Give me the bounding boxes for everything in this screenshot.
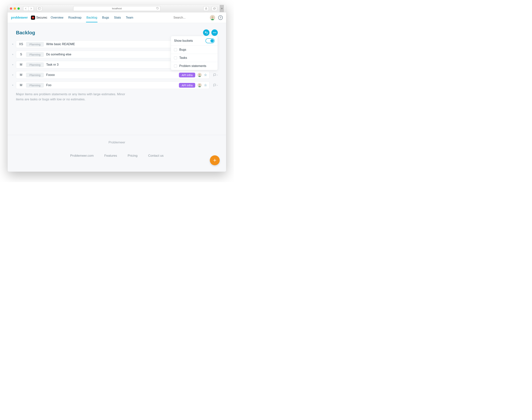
status-chip[interactable]: Planning: [26, 83, 44, 88]
filter-label: Problem statements: [179, 64, 206, 68]
svg-point-10: [199, 84, 200, 86]
item-title: Task nr 3: [46, 63, 59, 66]
browser-new-tab-button[interactable]: +: [220, 5, 224, 12]
browser-window: localhost + problemeer Securec Overview …: [8, 5, 226, 172]
reload-icon[interactable]: [156, 7, 159, 10]
more-button[interactable]: [211, 30, 218, 36]
svg-point-7: [214, 32, 215, 33]
checkbox-icon: [174, 56, 177, 59]
tab-bugs[interactable]: Bugs: [102, 13, 109, 22]
tab-backlog[interactable]: Backlog: [86, 13, 97, 22]
footer: Problemeer Problemeer.com Features Prici…: [8, 141, 226, 158]
svg-point-8: [215, 32, 216, 33]
footer-brand: Problemeer: [8, 141, 226, 144]
browser-sidebar-button[interactable]: [37, 6, 42, 11]
browser-forward-button[interactable]: [29, 6, 34, 11]
size-label: M: [18, 63, 24, 66]
tag[interactable]: API infra: [179, 73, 195, 77]
browser-url-text: localhost: [112, 7, 122, 10]
tab-roadmap[interactable]: Roadmap: [68, 13, 81, 22]
size-label: S: [18, 53, 24, 56]
assignee-avatar[interactable]: [198, 83, 202, 87]
browser-url-bar[interactable]: localhost: [73, 6, 161, 11]
project-name[interactable]: Securec: [36, 16, 47, 19]
nav-tabs: Overview Roadmap Backlog Bugs Stats Team: [51, 13, 133, 22]
assignee-avatar[interactable]: [198, 73, 202, 77]
search-input[interactable]: [173, 16, 206, 19]
user-avatar[interactable]: [210, 15, 215, 20]
drag-handle[interactable]: [12, 44, 13, 45]
status-chip[interactable]: Planning: [26, 42, 44, 47]
browser-nav: [23, 6, 34, 11]
page-title: Backlog: [16, 30, 35, 36]
item-title: Foo: [46, 83, 51, 87]
status-chip[interactable]: Planning: [26, 52, 44, 57]
item-title: Write basic README: [46, 43, 75, 46]
filter-problem-statements[interactable]: Problem statements: [171, 62, 218, 70]
svg-rect-3: [213, 8, 215, 9]
filter-bugs[interactable]: Bugs: [171, 45, 218, 54]
project-icon[interactable]: [31, 15, 35, 20]
filter-tasks[interactable]: Tasks: [171, 54, 218, 62]
window-minimize-button[interactable]: [14, 7, 16, 10]
footer-link-features[interactable]: Features: [104, 154, 117, 158]
svg-point-9: [199, 74, 200, 75]
drag-handle[interactable]: [12, 74, 13, 75]
backlog-card[interactable]: MPlanningFooooAPI infra☆: [16, 71, 210, 79]
show-buckets-row[interactable]: Show buckets: [171, 36, 218, 45]
drag-handle[interactable]: [12, 64, 13, 65]
show-buckets-toggle[interactable]: [205, 38, 214, 43]
drag-handle[interactable]: [12, 54, 13, 55]
footer-link-site[interactable]: Problemeer.com: [70, 154, 94, 158]
item-title: Do something else: [46, 53, 71, 56]
browser-back-button[interactable]: [23, 6, 29, 11]
star-icon[interactable]: ☆: [204, 83, 207, 87]
svg-rect-4: [214, 7, 215, 9]
size-label: M: [18, 73, 24, 77]
item-title: Foooo: [46, 73, 55, 77]
show-buckets-label: Show buckets: [174, 39, 193, 43]
svg-rect-0: [38, 8, 41, 10]
drag-handle[interactable]: [12, 85, 13, 86]
app-header: problemeer Securec Overview Roadmap Back…: [8, 12, 226, 23]
checkbox-icon: [174, 64, 177, 68]
filter-label: Tasks: [179, 56, 187, 60]
footer-link-pricing[interactable]: Pricing: [128, 154, 137, 158]
tab-stats[interactable]: Stats: [114, 13, 121, 22]
status-chip[interactable]: Planning: [26, 62, 44, 67]
tab-overview[interactable]: Overview: [51, 13, 63, 22]
app-logo[interactable]: problemeer: [11, 15, 28, 19]
comments-count[interactable]: -: [212, 83, 218, 87]
checkbox-icon: [174, 48, 177, 51]
page: Backlog Show buckets Bugs: [8, 23, 226, 172]
footer-link-contact[interactable]: Contact us: [148, 154, 164, 158]
size-label: XS: [18, 43, 24, 46]
backlog-card[interactable]: MPlanningFooAPI infra☆: [16, 81, 210, 89]
browser-titlebar: localhost +: [8, 5, 226, 12]
tab-team[interactable]: Team: [126, 13, 133, 22]
tag[interactable]: API infra: [179, 83, 195, 88]
comments-count[interactable]: -: [212, 73, 218, 77]
window-maximize-button[interactable]: [17, 7, 20, 10]
svg-point-5: [212, 16, 213, 18]
backlog-row: MPlanningFooAPI infra☆-: [16, 81, 218, 89]
window-close-button[interactable]: [10, 7, 12, 10]
svg-point-6: [213, 32, 214, 33]
filter-label: Bugs: [179, 48, 186, 51]
undo-button[interactable]: [203, 30, 210, 36]
size-label: M: [18, 83, 24, 87]
browser-tabs-button[interactable]: [212, 6, 217, 11]
hint-text: Major items are problem statements or an…: [16, 92, 130, 102]
backlog-row: MPlanningFooooAPI infra☆-: [16, 71, 218, 79]
add-button[interactable]: +: [210, 155, 220, 165]
star-icon[interactable]: ☆: [204, 73, 207, 77]
status-chip[interactable]: Planning: [26, 73, 44, 77]
browser-share-button[interactable]: [203, 6, 209, 11]
search: [173, 16, 206, 19]
filters-dropdown: Show buckets Bugs Tasks Problem statemen…: [171, 36, 218, 70]
help-button[interactable]: ?: [218, 15, 223, 20]
window-controls: [10, 7, 20, 10]
